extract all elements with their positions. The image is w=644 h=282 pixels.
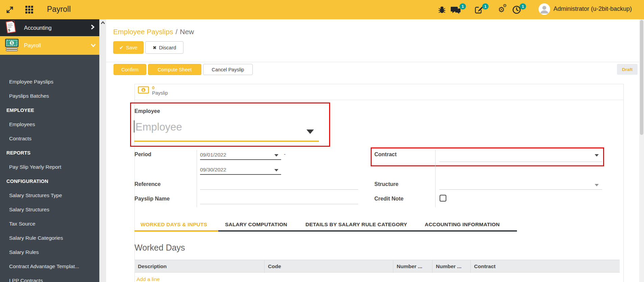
window-scrollbar[interactable] bbox=[639, 19, 644, 282]
structure-field-label: Structure bbox=[374, 181, 398, 187]
sidebar-item-tax-source[interactable]: Tax Source bbox=[0, 217, 99, 231]
chevron-down-icon bbox=[91, 43, 96, 49]
save-button[interactable]: ✔Save bbox=[113, 41, 144, 54]
payroll-banknote-icon: $ bbox=[5, 39, 19, 53]
cancel-payslip-button[interactable]: Cancel Payslip bbox=[203, 64, 253, 75]
sidebar-item-salary-structures[interactable]: Salary Structures bbox=[0, 203, 99, 217]
smart-button-row: $ 0 Payslip bbox=[134, 84, 624, 100]
svg-text:$: $ bbox=[11, 41, 13, 45]
sidebar-item-payslips-batches[interactable]: Payslips Batches bbox=[0, 89, 99, 103]
contract-dropdown-caret-icon[interactable] bbox=[595, 154, 599, 157]
tab-salary-computation[interactable]: SALARY COMPUTATION bbox=[225, 221, 287, 228]
breadcrumb-separator: / bbox=[173, 28, 180, 36]
scrollbar-thumb[interactable] bbox=[640, 20, 643, 135]
tab-worked-days-inputs[interactable]: WORKED DAYS & INPUTS bbox=[141, 221, 207, 228]
sidebar-section-configuration: CONFIGURATION bbox=[0, 174, 99, 188]
tab-bar-underline bbox=[218, 230, 517, 232]
column-header-number-2[interactable]: Number ... bbox=[432, 260, 471, 273]
period-to-caret-icon[interactable] bbox=[274, 169, 278, 171]
smart-button-label: Payslip bbox=[152, 90, 168, 96]
period-from-underline bbox=[200, 159, 281, 160]
period-range-separator: - bbox=[284, 151, 286, 157]
field-column-divider bbox=[435, 150, 436, 207]
user-avatar[interactable] bbox=[539, 3, 550, 15]
contract-field-label: Contract bbox=[374, 151, 397, 158]
sidebar-app-label: Payroll bbox=[24, 42, 41, 49]
payslip-name-underline bbox=[200, 204, 358, 204]
sidebar-app-label: Accounting bbox=[24, 25, 52, 31]
user-menu[interactable]: Administrator (u-2bit-backup) bbox=[553, 5, 632, 13]
sidebar-item-salary-rules[interactable]: Salary Rules bbox=[0, 245, 99, 259]
credit-note-field-label: Credit Note bbox=[374, 196, 403, 202]
sidebar-item-employee-payslips[interactable]: Employee Payslips bbox=[0, 75, 99, 89]
discard-button[interactable]: ✖Discard bbox=[145, 41, 183, 54]
activities-badge[interactable]: 1 bbox=[482, 3, 489, 9]
worked-days-table-header: Description Code Number ... Number ... C… bbox=[134, 260, 620, 273]
period-from-caret-icon[interactable] bbox=[274, 154, 278, 157]
period-to-underline bbox=[200, 174, 281, 175]
sidebar-item-lpp-contracts[interactable]: LPP Contracts bbox=[0, 274, 99, 282]
sidebar-scrollbar[interactable] bbox=[99, 19, 106, 282]
sidebar-section-reports: REPORTS bbox=[0, 146, 99, 160]
accounting-receipt-icon: $ bbox=[5, 20, 18, 36]
structure-dropdown-caret-icon[interactable] bbox=[595, 184, 599, 186]
payslip-smart-button[interactable]: $ 0 Payslip bbox=[138, 85, 168, 96]
clock-icon[interactable] bbox=[512, 0, 521, 19]
sidebar: $ Accounting $ Payroll bbox=[0, 19, 99, 282]
employee-field-underline bbox=[134, 141, 319, 142]
period-field-label: Period bbox=[134, 151, 151, 158]
reference-field-label: Reference bbox=[134, 181, 160, 187]
tab-details-by-salary-rule-category[interactable]: DETAILS BY SALARY RULE CATEGORY bbox=[305, 221, 407, 228]
employee-dropdown-caret-icon[interactable] bbox=[306, 130, 314, 134]
column-header-description[interactable]: Description bbox=[134, 260, 265, 273]
structure-underline bbox=[439, 189, 602, 190]
sidebar-section-employee: EMPLOYEE bbox=[0, 103, 99, 117]
employee-input[interactable]: Employee bbox=[135, 121, 182, 133]
add-a-line-link[interactable]: Add a line bbox=[137, 276, 160, 282]
payslip-name-field-label: Payslip Name bbox=[134, 196, 170, 202]
annotation-box-contract bbox=[371, 147, 604, 166]
column-header-number-1[interactable]: Number ... bbox=[393, 260, 432, 273]
payroll-app-window: Payroll 1 1 ⚙⚙ 1 bbox=[0, 0, 644, 282]
tab-accounting-information[interactable]: ACCOUNTING INFORMATION bbox=[425, 221, 500, 228]
money-icon: $ bbox=[138, 86, 149, 95]
sidebar-item-pay-slip-yearly-report[interactable]: Pay Slip Yearly Report bbox=[0, 160, 99, 174]
activities-icon[interactable] bbox=[474, 0, 483, 19]
credit-note-checkbox[interactable] bbox=[440, 195, 446, 202]
sidebar-item-salary-structures-type[interactable]: Salary Structures Type bbox=[0, 188, 99, 203]
recent-badge[interactable]: 1 bbox=[520, 3, 526, 9]
breadcrumb-parent-link[interactable]: Employee Payslips bbox=[113, 28, 173, 36]
collapse-menu-icon[interactable] bbox=[5, 0, 14, 19]
sidebar-item-salary-rule-categories[interactable]: Salary Rule Categories bbox=[0, 231, 99, 245]
period-from-input[interactable]: 09/01/2022 bbox=[200, 152, 226, 158]
employee-field-label: Employee bbox=[134, 108, 160, 114]
breadcrumb-current: New bbox=[180, 28, 194, 36]
reference-underline bbox=[200, 189, 358, 190]
scroll-up-icon[interactable] bbox=[99, 19, 106, 26]
sidebar-item-employees[interactable]: Employees bbox=[0, 117, 99, 132]
active-tab-underline bbox=[134, 230, 218, 232]
chevron-right-icon bbox=[91, 24, 95, 31]
status-badge-draft: Draft bbox=[617, 64, 638, 75]
field-column-divider bbox=[197, 150, 197, 207]
period-to-input[interactable]: 09/30/2022 bbox=[200, 167, 226, 173]
sidebar-item-contract-advantage-templates[interactable]: Contract Advantage Templat... bbox=[0, 259, 99, 274]
apps-grid-icon[interactable] bbox=[25, 0, 33, 19]
confirm-button[interactable]: Confirm bbox=[114, 64, 146, 75]
compute-sheet-button[interactable]: Compute Sheet bbox=[148, 64, 201, 75]
bug-icon[interactable] bbox=[438, 0, 446, 19]
app-title: Payroll bbox=[47, 5, 71, 14]
messages-icon[interactable] bbox=[451, 0, 461, 19]
sidebar-app-payroll[interactable]: $ Payroll bbox=[0, 36, 99, 55]
sidebar-app-accounting[interactable]: $ Accounting bbox=[0, 19, 99, 36]
column-header-code[interactable]: Code bbox=[265, 260, 393, 273]
messages-badge[interactable]: 1 bbox=[460, 3, 466, 9]
sidebar-menu: Employee Payslips Payslips Batches EMPLO… bbox=[0, 75, 99, 282]
sidebar-item-contracts[interactable]: Contracts bbox=[0, 132, 99, 146]
smart-button-count: 0 bbox=[152, 85, 168, 90]
contract-underline bbox=[439, 162, 602, 162]
gears-icon[interactable]: ⚙⚙ bbox=[498, 0, 510, 19]
breadcrumb: Employee Payslips/New bbox=[113, 28, 194, 36]
column-header-contract[interactable]: Contract bbox=[471, 260, 620, 273]
x-icon: ✖ bbox=[153, 45, 157, 50]
